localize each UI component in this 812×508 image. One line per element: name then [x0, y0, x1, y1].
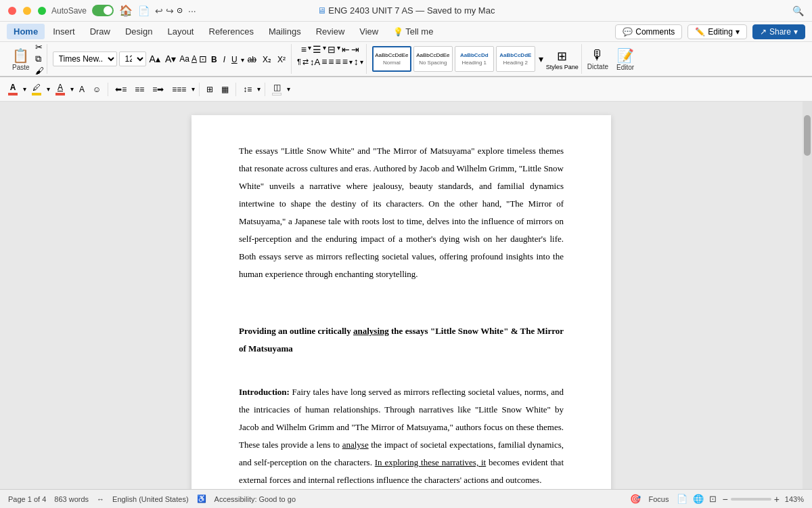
close-window-button[interactable]: [8, 7, 16, 15]
numbering-arrow-icon[interactable]: ▾: [323, 44, 326, 55]
styles-pane-icon[interactable]: ⊞: [557, 49, 567, 64]
border-icon[interactable]: ⊡: [199, 54, 207, 64]
heading-paragraph[interactable]: Providing an outline critically analysin…: [239, 322, 564, 358]
font-color-button[interactable]: A: [5, 81, 20, 97]
tab-draw[interactable]: Draw: [83, 24, 117, 39]
justify-button2[interactable]: ≡≡≡: [169, 83, 189, 96]
bullets-arrow-icon[interactable]: ▾: [308, 44, 311, 55]
style-no-spacing[interactable]: AaBbCcDdEe No Spacing: [413, 46, 453, 72]
emoji-button[interactable]: ☺: [90, 83, 104, 96]
border-cells-button[interactable]: ▦: [219, 83, 231, 96]
redo-button[interactable]: ↪: [166, 5, 174, 16]
format-painter-icon[interactable]: 🖌: [35, 66, 44, 76]
tab-review[interactable]: Review: [309, 24, 352, 39]
tab-references[interactable]: References: [202, 24, 261, 39]
sort-button[interactable]: ↕A: [310, 57, 320, 67]
text-color-a-button[interactable]: A: [53, 81, 68, 97]
maximize-window-button[interactable]: [38, 7, 46, 15]
font-color-arrow-icon[interactable]: ▾: [23, 85, 26, 93]
bold-button[interactable]: B: [208, 54, 220, 66]
font-size-select[interactable]: 12: [119, 51, 146, 66]
focus-mode-icon[interactable]: ⊡: [709, 494, 717, 504]
print-layout-icon[interactable]: 📄: [677, 494, 687, 504]
focus-icon[interactable]: 🎯: [630, 494, 641, 504]
line-spacing-button2[interactable]: ↕≡: [240, 83, 254, 96]
scrollbar[interactable]: [803, 102, 812, 489]
shading-arrow-icon[interactable]: ▾: [287, 85, 290, 93]
zoom-slider[interactable]: [731, 498, 771, 501]
search-icon[interactable]: 🔍: [792, 5, 804, 16]
justify-button[interactable]: ≡: [342, 56, 348, 67]
minimize-window-button[interactable]: [23, 7, 31, 15]
multilevel-arrow-icon[interactable]: ▾: [337, 44, 340, 55]
comments-button[interactable]: 💬 Comments: [615, 24, 682, 39]
align-center-button[interactable]: ≡: [328, 56, 334, 67]
more-options-icon[interactable]: ···: [188, 5, 196, 16]
autosave-options-icon[interactable]: ⊙: [177, 6, 183, 15]
undo-button[interactable]: ↩: [155, 5, 163, 16]
font-increase-button[interactable]: A▴: [148, 54, 162, 64]
styles-expand-icon[interactable]: ▾: [537, 54, 545, 64]
zoom-level[interactable]: 143%: [785, 495, 804, 503]
justify-arrow-icon[interactable]: ▾: [349, 58, 353, 66]
cut-icon[interactable]: ✂: [35, 42, 44, 52]
web-layout-icon[interactable]: 🌐: [693, 494, 704, 504]
paste-button[interactable]: 📋 Paste: [8, 46, 34, 72]
highlight-arrow-icon[interactable]: ▾: [47, 85, 50, 93]
italic-button[interactable]: I: [221, 54, 228, 66]
decrease-indent-button[interactable]: ⇤: [342, 44, 350, 55]
align-arrow-icon[interactable]: ▾: [191, 85, 195, 93]
text-border-button[interactable]: A: [76, 83, 87, 96]
line-spacing-arrow-icon[interactable]: ▾: [360, 58, 363, 66]
language[interactable]: English (United States): [112, 495, 189, 503]
tab-mailings[interactable]: Mailings: [262, 24, 308, 39]
tab-view[interactable]: View: [353, 24, 385, 39]
align-center-button2[interactable]: ≡≡: [132, 83, 147, 96]
style-normal[interactable]: AaBbCcDdEe Normal: [372, 46, 411, 72]
tab-tellme[interactable]: 💡Tell me: [386, 24, 440, 39]
increase-indent-button[interactable]: ⇥: [351, 44, 359, 55]
editing-button[interactable]: ✏️ Editing ▾: [687, 24, 747, 39]
document-scroll[interactable]: The essays "Little Snow White" and "The …: [0, 102, 803, 489]
subscript-button[interactable]: X₂: [260, 54, 274, 66]
style-heading1[interactable]: AaBbCcDd Heading 1: [455, 46, 494, 72]
highlight-button[interactable]: 🖊: [29, 81, 44, 97]
editor-icon[interactable]: 📝: [617, 47, 634, 64]
dictate-icon[interactable]: 🎙: [591, 47, 604, 63]
share-button[interactable]: ↗ Share ▾: [752, 24, 805, 39]
tab-insert[interactable]: Insert: [46, 24, 82, 39]
align-right-button[interactable]: ≡: [335, 56, 340, 67]
scroll-thumb[interactable]: [804, 115, 811, 156]
tab-design[interactable]: Design: [118, 24, 159, 39]
style-heading2[interactable]: AaBbCcDdE Heading 2: [496, 46, 535, 72]
align-left-button2[interactable]: ⬅≡: [112, 83, 129, 96]
multilevel-list-button[interactable]: ⊟: [328, 44, 336, 55]
save-icon[interactable]: 📄: [138, 5, 150, 16]
column-icon[interactable]: ↔: [97, 495, 104, 503]
align-right-button2[interactable]: ≡➡: [150, 83, 166, 96]
focus-button[interactable]: Focus: [646, 494, 672, 504]
show-hide-button[interactable]: ¶: [297, 58, 301, 66]
home-icon[interactable]: 🏠: [119, 4, 133, 17]
tab-home[interactable]: Home: [7, 24, 45, 39]
underline-arrow-icon[interactable]: ▾: [241, 56, 244, 64]
rtl-button[interactable]: ⇄: [302, 58, 309, 66]
table-button[interactable]: ⊞: [204, 83, 216, 96]
underline-button[interactable]: U: [229, 54, 240, 66]
zoom-in-button[interactable]: +: [774, 494, 780, 505]
font-decrease-button[interactable]: A▾: [164, 54, 177, 64]
shading-button[interactable]: ◫: [269, 81, 284, 97]
intro-paragraph[interactable]: Introduction: Fairy tales have long serv…: [239, 383, 564, 489]
align-left-button[interactable]: ≡: [321, 56, 327, 67]
strikethrough-button[interactable]: ab: [245, 54, 259, 66]
superscript-button[interactable]: X²: [275, 54, 288, 66]
line-spacing-arrow-icon2[interactable]: ▾: [257, 85, 261, 93]
paragraph-1[interactable]: The essays "Little Snow White" and "The …: [239, 142, 564, 283]
document-page[interactable]: The essays "Little Snow White" and "The …: [191, 115, 611, 489]
autosave-toggle[interactable]: [92, 5, 114, 16]
text-effects-icon[interactable]: A: [191, 54, 197, 64]
word-count[interactable]: 863 words: [54, 495, 89, 503]
copy-icon[interactable]: ⧉: [35, 54, 44, 64]
font-name-select[interactable]: Times New...: [53, 51, 117, 66]
numbering-button[interactable]: ☰: [313, 44, 321, 55]
